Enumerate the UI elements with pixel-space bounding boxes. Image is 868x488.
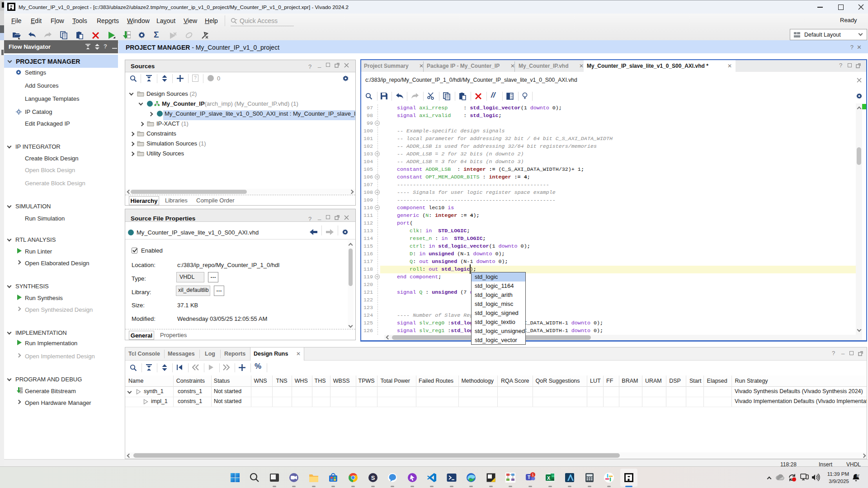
svg-text:1: 1 (532, 473, 534, 477)
svg-text:T: T (528, 475, 530, 480)
svg-text:X: X (547, 475, 550, 481)
svg-text:01: 01 (20, 388, 23, 390)
svg-text:S: S (371, 474, 375, 481)
svg-text:10: 10 (20, 391, 23, 393)
svg-text:z: z (859, 474, 860, 476)
